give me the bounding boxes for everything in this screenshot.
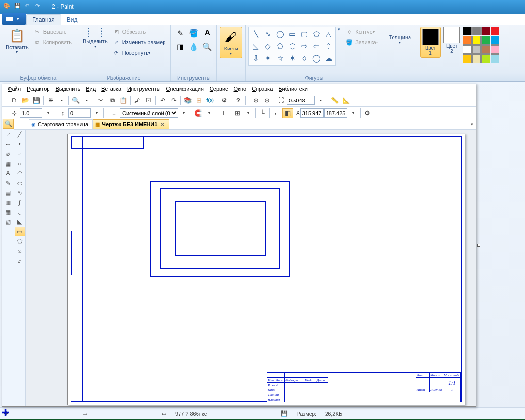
open-icon[interactable]: 📂 xyxy=(20,95,31,106)
menu-Вставка[interactable]: Вставка xyxy=(99,86,124,92)
swatch[interactable] xyxy=(472,54,481,63)
paste2-icon[interactable]: 📋 xyxy=(118,95,129,106)
spec-icon[interactable]: ▦ xyxy=(3,207,14,217)
dropdown-icon[interactable]: ▾ xyxy=(82,95,92,106)
edit-icon[interactable]: ✎ xyxy=(3,178,14,188)
select-button[interactable]: Выделить ▾ xyxy=(80,27,111,50)
menu-Окно[interactable]: Окно xyxy=(231,86,249,92)
menu-Справка[interactable]: Справка xyxy=(249,86,275,92)
meas-icon[interactable]: ▥ xyxy=(3,198,14,207)
coord-y-input[interactable] xyxy=(324,108,347,118)
arc-tool-icon[interactable]: ◠ xyxy=(15,168,25,178)
outline-button[interactable]: ◊Контур ▾ xyxy=(344,27,379,36)
save-icon[interactable]: 💾 xyxy=(14,3,22,11)
fillet-tool-icon[interactable]: ◟ xyxy=(15,207,25,217)
help-icon[interactable]: ? xyxy=(233,95,244,106)
tab-drawing[interactable]: ▦ Чертеж БЕЗ ИМЕНИ1 ✕ xyxy=(93,119,169,129)
contour-tool-icon[interactable]: ⟃ xyxy=(15,246,25,256)
equid-tool-icon[interactable]: ⫽ xyxy=(15,256,25,266)
fx-icon[interactable]: f(x) xyxy=(205,95,215,106)
rect-tool-icon[interactable]: ▭ xyxy=(15,227,25,236)
menu-Редактор[interactable]: Редактор xyxy=(24,86,52,92)
link-icon[interactable]: ⚙ xyxy=(219,95,230,106)
scale-input[interactable] xyxy=(20,108,42,118)
shapes-gallery[interactable]: ╲∿◯▭▢⬠△ ◺◇⬠⬡⇨⇦⇧ ⇩✦☆✶◊◯☁ xyxy=(248,27,336,66)
swatch[interactable] xyxy=(481,36,490,45)
swatch[interactable] xyxy=(472,27,481,35)
swatch[interactable] xyxy=(481,27,490,35)
layers-icon[interactable]: ≡ xyxy=(109,108,119,118)
print-icon[interactable]: 🖶 xyxy=(45,95,56,106)
menu-Библиотеки[interactable]: Библиотеки xyxy=(276,86,310,92)
spline-tool-icon[interactable]: ∿ xyxy=(15,188,25,198)
report-icon[interactable]: ▧ xyxy=(3,217,14,227)
redo2-icon[interactable]: ↷ xyxy=(168,95,179,106)
redo-icon[interactable]: ↷ xyxy=(35,3,43,11)
color1-button[interactable]: Цвет 1 xyxy=(420,27,441,58)
tabs-dropdown-icon[interactable]: ▾ xyxy=(468,122,476,127)
fill-button[interactable]: 🪣Заливка ▾ xyxy=(344,37,379,47)
offset-icon[interactable]: ↕ xyxy=(57,108,68,118)
swatch[interactable] xyxy=(491,45,499,54)
circle-tool-icon[interactable]: ○ xyxy=(15,159,25,168)
ortho-icon[interactable]: ⊥ xyxy=(218,108,229,118)
dim-icon[interactable]: ↔ xyxy=(3,139,14,149)
cut2-icon[interactable]: ✂ xyxy=(96,95,106,106)
close-tab-icon[interactable]: ✕ xyxy=(159,122,165,127)
swatch[interactable] xyxy=(472,36,481,45)
dropdown-icon[interactable]: ▾ xyxy=(315,95,326,106)
bezier-tool-icon[interactable]: ∫ xyxy=(15,198,25,207)
swatch[interactable] xyxy=(463,54,472,63)
swatch[interactable] xyxy=(472,45,481,54)
point-tool-icon[interactable]: • xyxy=(15,139,25,149)
brushes-button[interactable]: 🖌 Кисти ▾ xyxy=(220,27,242,58)
swatch[interactable] xyxy=(463,27,472,35)
drawing-canvas[interactable]: ЛитМассаМасштаб ИзмЛист№ докумПодпДата1:… xyxy=(26,130,476,407)
magnifier-icon[interactable]: 🔍 xyxy=(201,40,213,53)
zoomout-icon[interactable]: ⊖ xyxy=(262,95,272,106)
zoomin-icon[interactable]: ⊕ xyxy=(250,95,261,106)
coord-x-input[interactable] xyxy=(300,108,324,118)
color-palette[interactable] xyxy=(463,27,499,63)
tab-main[interactable]: Главная xyxy=(26,14,61,25)
picker-icon[interactable]: 💧 xyxy=(187,40,200,53)
mode2-icon[interactable]: ◧ xyxy=(282,108,293,118)
symb-icon[interactable]: ⌀ xyxy=(3,149,14,159)
undo2-icon[interactable]: ↶ xyxy=(157,95,168,106)
swatch[interactable] xyxy=(481,54,490,63)
grid-icon[interactable]: ⊞ xyxy=(232,108,243,118)
panel-toggle-icon[interactable]: 🔍 xyxy=(3,119,14,129)
undo-icon[interactable]: ↶ xyxy=(25,3,33,11)
rotate-button[interactable]: ⟳Повернуть ▾ xyxy=(111,48,168,58)
offset-input[interactable] xyxy=(68,108,91,118)
ellipse-tool-icon[interactable]: ⬭ xyxy=(15,178,25,188)
mode-icon[interactable]: ⌐ xyxy=(271,108,282,118)
paste-button[interactable]: 📋 Вставить ▾ xyxy=(3,27,32,55)
lib-icon[interactable]: 📚 xyxy=(182,95,193,106)
menu-Выделить[interactable]: Выделить xyxy=(53,86,82,92)
menu-Инструменты[interactable]: Инструменты xyxy=(125,86,163,92)
zoom-input[interactable] xyxy=(287,96,315,105)
preview-icon[interactable]: 🔍 xyxy=(70,95,81,106)
save-icon[interactable]: 💾 xyxy=(31,95,42,106)
hatch-icon[interactable]: ▦ xyxy=(3,159,14,168)
swatch[interactable] xyxy=(481,45,490,54)
new-icon[interactable]: 🗋 xyxy=(9,95,19,106)
aux-tool-icon[interactable]: ⟋ xyxy=(15,149,25,159)
geom-icon[interactable]: ⟋ xyxy=(3,130,14,139)
text-icon[interactable]: A xyxy=(201,27,213,39)
ruler-icon[interactable]: 📏 xyxy=(329,95,340,106)
layer-combo[interactable]: Системный слой (0) xyxy=(120,108,178,118)
param-icon[interactable]: ▤ xyxy=(3,188,14,198)
ucs-icon[interactable]: └ xyxy=(257,108,268,118)
line-tool-icon[interactable]: ╱ xyxy=(15,130,25,139)
eraser-icon[interactable]: ◨ xyxy=(174,40,186,53)
magnet-icon[interactable]: 🧲 xyxy=(193,108,203,118)
resize-button[interactable]: ⤢Изменить размер xyxy=(111,37,168,47)
swatch[interactable] xyxy=(463,45,472,54)
tab-view[interactable]: Вид xyxy=(61,15,83,25)
thickness-button[interactable]: Толщина ▾ xyxy=(386,27,414,46)
menu-Файл[interactable]: Файл xyxy=(5,86,23,92)
swatch[interactable] xyxy=(463,36,472,45)
txt-icon[interactable]: A xyxy=(3,168,14,178)
